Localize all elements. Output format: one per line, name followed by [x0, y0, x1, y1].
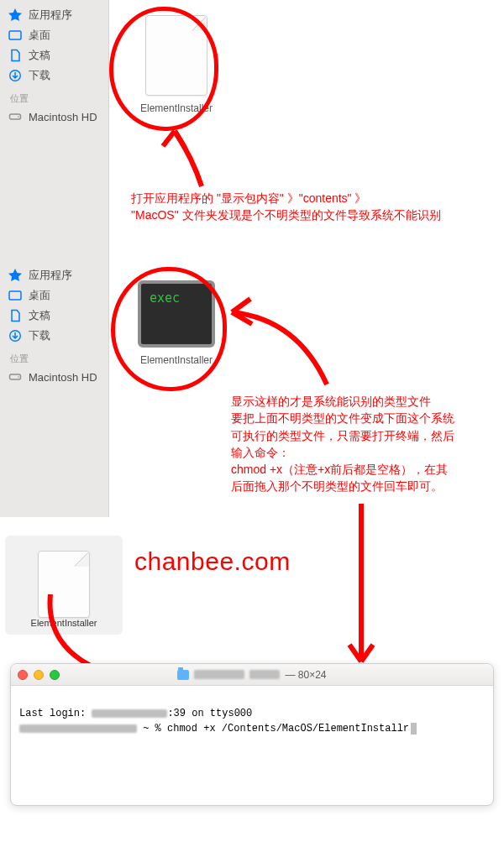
sidebar-item-macintosh-hd[interactable]: Macintosh HD	[0, 107, 108, 127]
finder-sidebar-1: 应用程序 桌面 文稿 下载 位置 Macintosh HD	[0, 0, 109, 260]
sidebar-item-documents[interactable]: 文稿	[0, 306, 108, 326]
sidebar-item-macintosh-hd[interactable]: Macintosh HD	[0, 367, 108, 387]
sidebar-item-desktop[interactable]: 桌面	[0, 25, 108, 45]
terminal-window: — 80×24 Last login: :39 on ttys000 ~ % c…	[10, 663, 494, 806]
svg-rect-0	[9, 31, 21, 39]
desktop-icon	[8, 289, 22, 302]
sidebar-label: 下载	[29, 68, 50, 83]
sidebar-section-locations: 位置	[0, 346, 108, 367]
sidebar-item-applications[interactable]: 应用程序	[0, 265, 108, 285]
apps-icon	[8, 8, 22, 22]
sidebar-label: 桌面	[29, 288, 50, 303]
blank-document-icon	[145, 15, 207, 96]
desktop-icon	[8, 29, 22, 42]
file-elementinstaller-small[interactable]: ElementInstaller	[5, 536, 123, 635]
sidebar-item-downloads[interactable]: 下载	[0, 65, 108, 86]
finder-sidebar-2: 应用程序 桌面 文稿 下载 位置 Macintosh HD	[0, 260, 109, 517]
annotation-line: 可执行的类型文件，只需要打开终端，然后	[231, 427, 491, 444]
terminal-title: — 80×24	[11, 669, 493, 681]
folder-icon	[177, 670, 189, 680]
downloads-icon	[8, 329, 22, 342]
annotation-arrow-4	[336, 504, 386, 672]
sidebar-section-locations: 位置	[0, 86, 108, 107]
sidebar-label: 文稿	[29, 48, 50, 63]
disk-icon	[8, 110, 22, 123]
sidebar-label: 下载	[29, 328, 50, 343]
annotation-line: "MacOS" 文件夹发现是个不明类型的文件导致系统不能识别	[131, 207, 492, 223]
sidebar-item-applications[interactable]: 应用程序	[0, 5, 108, 25]
blank-document-icon	[38, 551, 90, 618]
documents-icon	[8, 309, 22, 322]
terminal-body[interactable]: Last login: :39 on ttys000 ~ % chmod +x …	[11, 686, 493, 756]
annotation-line: 要把上面不明类型的文件变成下面这个系统	[231, 410, 491, 426]
file-label: ElementInstaller	[10, 618, 118, 628]
annotation-text-1: 打开应用程序的 "显示包内容" 》"contents" 》 "MacOS" 文件…	[131, 190, 492, 224]
annotation-line: 打开应用程序的 "显示包内容" 》"contents" 》	[131, 190, 492, 207]
annotation-line: 输入命令：	[231, 444, 491, 461]
terminal-command: chmod +x /Contents/MacOS/ElementInstallr	[167, 723, 409, 735]
svg-rect-4	[9, 291, 21, 300]
sidebar-item-desktop[interactable]: 桌面	[0, 285, 108, 306]
redacted-text	[92, 709, 167, 718]
sidebar-label: 文稿	[29, 308, 50, 323]
sidebar-label: Macintosh HD	[29, 371, 97, 384]
file-label: ElementInstaller	[126, 102, 227, 114]
file-elementinstaller-exec[interactable]: exec ElementInstaller	[126, 280, 227, 366]
svg-point-7	[18, 376, 19, 378]
svg-point-3	[18, 116, 19, 118]
annotation-line: 显示这样的才是系统能识别的类型文件	[231, 393, 491, 410]
sidebar-label: 应用程序	[29, 8, 72, 23]
annotation-line: 后面拖入那个不明类型的文件回车即可。	[231, 478, 491, 494]
file-label: ElementInstaller	[126, 354, 227, 366]
file-elementinstaller-unknown[interactable]: ElementInstaller	[126, 15, 227, 114]
disk-icon	[8, 370, 22, 384]
annotation-line: chmod +x（注意+x前后都是空格），在其	[231, 461, 491, 478]
downloads-icon	[8, 69, 22, 82]
apps-icon	[8, 269, 22, 282]
exec-icon-text: exec	[150, 290, 180, 306]
sidebar-label: 应用程序	[29, 268, 72, 283]
redacted-text	[19, 724, 137, 733]
annotation-text-2: 显示这样的才是系统能识别的类型文件 要把上面不明类型的文件变成下面这个系统 可执…	[231, 393, 491, 495]
sidebar-item-documents[interactable]: 文稿	[0, 45, 108, 65]
terminal-text: Last login:	[19, 708, 92, 719]
sidebar-label: Macintosh HD	[29, 111, 97, 123]
terminal-title-suffix: — 80×24	[285, 669, 326, 681]
terminal-text: :39 on ttys000	[167, 708, 252, 719]
documents-icon	[8, 49, 22, 62]
sidebar-item-downloads[interactable]: 下载	[0, 326, 108, 346]
terminal-prompt: ~ %	[137, 723, 167, 735]
watermark-text: chanbee.com	[134, 547, 291, 576]
terminal-titlebar[interactable]: — 80×24	[11, 664, 493, 686]
exec-icon: exec	[138, 280, 215, 348]
terminal-cursor	[411, 723, 417, 735]
redacted-text	[194, 670, 244, 679]
redacted-text	[249, 670, 280, 679]
sidebar-label: 桌面	[29, 28, 50, 43]
